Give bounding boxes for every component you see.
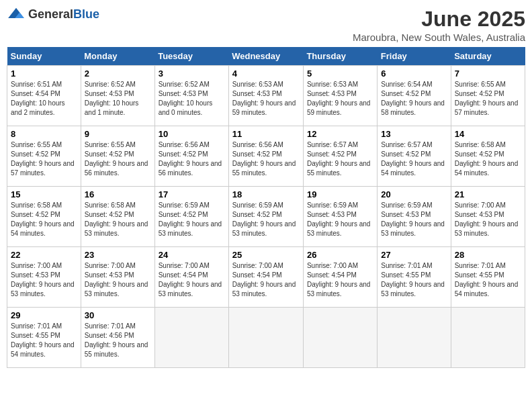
- day-detail: Sunrise: 7:01 AMSunset: 4:55 PMDaylight:…: [381, 261, 447, 299]
- day-number: 13: [381, 129, 447, 139]
- day-detail: Sunrise: 6:51 AMSunset: 4:54 PMDaylight:…: [11, 80, 77, 118]
- day-cell: 29Sunrise: 7:01 AMSunset: 4:55 PMDayligh…: [7, 308, 81, 368]
- day-number: 17: [159, 189, 225, 199]
- day-detail: Sunrise: 7:00 AMSunset: 4:54 PMDaylight:…: [232, 261, 300, 299]
- day-cell: 30Sunrise: 7:01 AMSunset: 4:56 PMDayligh…: [81, 308, 154, 368]
- day-cell: 20Sunrise: 6:59 AMSunset: 4:53 PMDayligh…: [378, 187, 451, 247]
- day-detail: Sunrise: 7:01 AMSunset: 4:55 PMDaylight:…: [11, 322, 77, 359]
- day-detail: Sunrise: 6:52 AMSunset: 4:53 PMDaylight:…: [159, 80, 225, 118]
- day-cell: 5Sunrise: 6:53 AMSunset: 4:53 PMDaylight…: [303, 66, 377, 126]
- day-cell: [228, 308, 303, 368]
- day-cell: 18Sunrise: 6:59 AMSunset: 4:52 PMDayligh…: [228, 187, 303, 247]
- day-detail: Sunrise: 6:59 AMSunset: 4:52 PMDaylight:…: [159, 201, 225, 238]
- location: Maroubra, New South Wales, Australia: [353, 32, 525, 43]
- day-detail: Sunrise: 6:56 AMSunset: 4:52 PMDaylight:…: [232, 140, 300, 178]
- day-detail: Sunrise: 6:58 AMSunset: 4:52 PMDaylight:…: [85, 201, 151, 238]
- day-cell: 3Sunrise: 6:52 AMSunset: 4:53 PMDaylight…: [154, 66, 228, 126]
- week-row-2: 8Sunrise: 6:55 AMSunset: 4:52 PMDaylight…: [7, 126, 525, 187]
- week-row-5: 29Sunrise: 7:01 AMSunset: 4:55 PMDayligh…: [7, 308, 525, 368]
- day-detail: Sunrise: 6:53 AMSunset: 4:53 PMDaylight:…: [232, 80, 300, 118]
- logo-text-general: General: [28, 7, 73, 21]
- day-cell: 19Sunrise: 6:59 AMSunset: 4:53 PMDayligh…: [303, 187, 377, 247]
- day-detail: Sunrise: 6:52 AMSunset: 4:53 PMDaylight:…: [85, 80, 151, 118]
- day-detail: Sunrise: 6:59 AMSunset: 4:52 PMDaylight:…: [232, 201, 300, 238]
- day-number: 22: [11, 250, 77, 260]
- header-row: SundayMondayTuesdayWednesdayThursdayFrid…: [7, 47, 525, 66]
- day-detail: Sunrise: 6:57 AMSunset: 4:52 PMDaylight:…: [381, 140, 447, 178]
- day-cell: 8Sunrise: 6:55 AMSunset: 4:52 PMDaylight…: [7, 126, 81, 187]
- day-number: 4: [232, 68, 300, 79]
- day-number: 11: [232, 129, 300, 139]
- page-header: GeneralBlue June 2025 Maroubra, New Sout…: [7, 7, 525, 43]
- day-number: 23: [85, 250, 151, 260]
- month-title: June 2025: [353, 7, 525, 32]
- day-cell: 10Sunrise: 6:56 AMSunset: 4:52 PMDayligh…: [154, 126, 228, 187]
- day-number: 28: [455, 250, 521, 260]
- day-cell: 21Sunrise: 7:00 AMSunset: 4:53 PMDayligh…: [451, 187, 525, 247]
- col-header-thursday: Thursday: [303, 47, 377, 66]
- day-number: 9: [85, 129, 151, 139]
- day-detail: Sunrise: 6:53 AMSunset: 4:53 PMDaylight:…: [307, 80, 373, 118]
- day-number: 30: [85, 310, 151, 320]
- day-cell: 13Sunrise: 6:57 AMSunset: 4:52 PMDayligh…: [378, 126, 451, 187]
- day-number: 29: [11, 310, 77, 320]
- day-cell: [303, 308, 377, 368]
- day-detail: Sunrise: 6:55 AMSunset: 4:52 PMDaylight:…: [11, 140, 77, 178]
- day-cell: 12Sunrise: 6:57 AMSunset: 4:52 PMDayligh…: [303, 126, 377, 187]
- day-cell: 16Sunrise: 6:58 AMSunset: 4:52 PMDayligh…: [81, 187, 154, 247]
- day-number: 26: [307, 250, 373, 260]
- day-cell: 15Sunrise: 6:58 AMSunset: 4:52 PMDayligh…: [7, 187, 81, 247]
- day-number: 16: [85, 189, 151, 199]
- day-number: 21: [455, 189, 521, 199]
- day-cell: 27Sunrise: 7:01 AMSunset: 4:55 PMDayligh…: [378, 247, 451, 308]
- day-cell: 24Sunrise: 7:00 AMSunset: 4:54 PMDayligh…: [154, 247, 228, 308]
- day-number: 27: [381, 250, 447, 260]
- day-detail: Sunrise: 7:01 AMSunset: 4:55 PMDaylight:…: [455, 261, 521, 299]
- title-area: June 2025 Maroubra, New South Wales, Aus…: [353, 7, 525, 43]
- col-header-wednesday: Wednesday: [228, 47, 303, 66]
- day-cell: [378, 308, 451, 368]
- day-detail: Sunrise: 6:58 AMSunset: 4:52 PMDaylight:…: [455, 140, 521, 178]
- day-cell: 14Sunrise: 6:58 AMSunset: 4:52 PMDayligh…: [451, 126, 525, 187]
- calendar-table: SundayMondayTuesdayWednesdayThursdayFrid…: [7, 47, 525, 368]
- day-detail: Sunrise: 6:59 AMSunset: 4:53 PMDaylight:…: [381, 201, 447, 238]
- day-cell: 2Sunrise: 6:52 AMSunset: 4:53 PMDaylight…: [81, 66, 154, 126]
- logo: GeneralBlue: [7, 7, 99, 21]
- day-cell: 9Sunrise: 6:55 AMSunset: 4:52 PMDaylight…: [81, 126, 154, 187]
- day-detail: Sunrise: 7:01 AMSunset: 4:56 PMDaylight:…: [85, 322, 151, 359]
- day-cell: 26Sunrise: 7:00 AMSunset: 4:54 PMDayligh…: [303, 247, 377, 308]
- day-number: 7: [455, 68, 521, 79]
- week-row-1: 1Sunrise: 6:51 AMSunset: 4:54 PMDaylight…: [7, 66, 525, 126]
- col-header-saturday: Saturday: [451, 47, 525, 66]
- day-number: 2: [85, 68, 151, 79]
- day-number: 6: [381, 68, 447, 79]
- day-cell: 25Sunrise: 7:00 AMSunset: 4:54 PMDayligh…: [228, 247, 303, 308]
- day-detail: Sunrise: 6:55 AMSunset: 4:52 PMDaylight:…: [85, 140, 151, 178]
- day-cell: 28Sunrise: 7:01 AMSunset: 4:55 PMDayligh…: [451, 247, 525, 308]
- day-cell: 22Sunrise: 7:00 AMSunset: 4:53 PMDayligh…: [7, 247, 81, 308]
- day-number: 10: [159, 129, 225, 139]
- week-row-4: 22Sunrise: 7:00 AMSunset: 4:53 PMDayligh…: [7, 247, 525, 308]
- day-number: 15: [11, 189, 77, 199]
- day-cell: 7Sunrise: 6:55 AMSunset: 4:52 PMDaylight…: [451, 66, 525, 126]
- day-number: 19: [307, 189, 373, 199]
- day-number: 14: [455, 129, 521, 139]
- day-number: 5: [307, 68, 373, 79]
- col-header-friday: Friday: [378, 47, 451, 66]
- day-number: 20: [381, 189, 447, 199]
- day-number: 18: [232, 189, 300, 199]
- day-detail: Sunrise: 6:58 AMSunset: 4:52 PMDaylight:…: [11, 201, 77, 238]
- day-cell: [154, 308, 228, 368]
- day-number: 3: [159, 68, 225, 79]
- day-detail: Sunrise: 6:55 AMSunset: 4:52 PMDaylight:…: [455, 80, 521, 118]
- day-detail: Sunrise: 6:57 AMSunset: 4:52 PMDaylight:…: [307, 140, 373, 178]
- col-header-tuesday: Tuesday: [154, 47, 228, 66]
- day-number: 12: [307, 129, 373, 139]
- day-detail: Sunrise: 6:59 AMSunset: 4:53 PMDaylight:…: [307, 201, 373, 238]
- logo-text-blue: Blue: [73, 7, 99, 21]
- day-number: 1: [11, 68, 77, 79]
- day-cell: 17Sunrise: 6:59 AMSunset: 4:52 PMDayligh…: [154, 187, 228, 247]
- day-detail: Sunrise: 7:00 AMSunset: 4:54 PMDaylight:…: [159, 261, 225, 299]
- col-header-monday: Monday: [81, 47, 154, 66]
- day-cell: 6Sunrise: 6:54 AMSunset: 4:52 PMDaylight…: [378, 66, 451, 126]
